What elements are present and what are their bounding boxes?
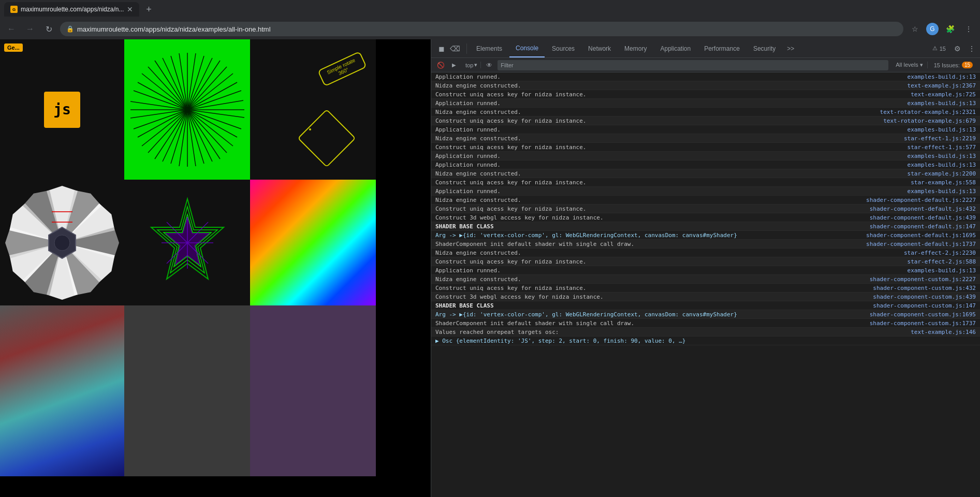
log-entry: Construct uniq acess key for nidza insta…	[431, 257, 980, 266]
log-text: Construct 3d webgl access key for nidza …	[435, 214, 866, 221]
log-link[interactable]: star-effect-2.js:588	[908, 258, 976, 265]
top-dropdown-chevron: ▾	[474, 62, 477, 68]
log-text: ShaderComponent init default shader with…	[435, 320, 866, 327]
filter-input[interactable]: Filter	[498, 60, 888, 70]
log-link[interactable]: examples-build.js:13	[908, 126, 976, 133]
log-text: Arg -> ▶{id: 'vertex-color-comp', gl: We…	[435, 311, 866, 318]
tab-console[interactable]: Console	[509, 39, 545, 57]
log-text: Construct uniq acess key for nidza insta…	[435, 285, 869, 291]
log-link[interactable]: shader-component-custom.js:432	[873, 285, 976, 291]
log-link[interactable]: examples-build.js:13	[908, 74, 976, 80]
log-text: Construct uniq acess key for nidza insta…	[435, 179, 906, 186]
log-link[interactable]: star-effect-2.js:2230	[904, 250, 976, 256]
log-link[interactable]: shader-component-default.js:2227	[866, 197, 976, 203]
tab-application[interactable]: Application	[654, 39, 697, 57]
level-dropdown[interactable]: All levels ▾	[891, 62, 927, 68]
canvas-bottom-dark	[124, 305, 250, 476]
tab-network[interactable]: Network	[582, 39, 617, 57]
issues-badge-toolbar[interactable]: 15 Issues: 15	[931, 62, 976, 68]
log-text: Nidza engine constructed.	[435, 276, 866, 283]
log-link[interactable]: examples-build.js:13	[908, 162, 976, 168]
log-link[interactable]: shader-component-default.js:147	[870, 223, 976, 230]
url-text: maximumroulette.com/apps/nidza/nidza/exa…	[77, 25, 271, 33]
devtools-more-button[interactable]: ⋮	[966, 42, 978, 55]
log-link[interactable]: text-rotator-example.js:679	[883, 118, 976, 124]
back-button[interactable]: ←	[4, 22, 19, 36]
inspect-element-button[interactable]: ◼	[435, 42, 448, 55]
log-link[interactable]: star-effect-1.js:577	[908, 144, 976, 151]
address-bar[interactable]: 🔒 maximumroulette.com/apps/nidza/nidza/e…	[60, 22, 903, 36]
log-link[interactable]: star-effect-1.js:2219	[904, 135, 976, 142]
gen-label: Ge...	[4, 43, 23, 52]
log-link[interactable]: text-example.js:2367	[908, 82, 976, 89]
console-second-toolbar: 🚫 ▶ top ▾ 👁 Filter All levels ▾ 15 Issue…	[431, 58, 980, 72]
svg-line-23	[187, 110, 227, 153]
log-link[interactable]: examples-build.js:13	[908, 267, 976, 274]
log-link[interactable]: shader-component-custom.js:2227	[870, 276, 976, 283]
devtools-settings-button[interactable]: ⚙	[951, 42, 963, 55]
log-link[interactable]: star-example.js:2200	[908, 170, 976, 177]
top-context-dropdown[interactable]: top ▾	[462, 62, 481, 68]
log-link[interactable]: shader-component-custom.js:147	[873, 302, 976, 309]
log-link[interactable]: shader-component-default.js:1695	[866, 232, 976, 239]
log-entry: Arg -> ▶{id: 'vertex-color-comp', gl: We…	[431, 310, 980, 319]
log-link[interactable]: examples-build.js:13	[908, 100, 976, 107]
log-link[interactable]: examples-build.js:13	[908, 153, 976, 159]
log-link[interactable]: text-example.js:146	[911, 329, 976, 335]
console-execute-button[interactable]: ▶	[449, 60, 459, 70]
log-text: Application runned.	[435, 188, 903, 195]
browser-chrome: G maximumroulette.com/apps/nidza/n... ✕ …	[0, 0, 980, 39]
tab-overflow-button[interactable]: >>	[783, 45, 798, 52]
log-entry: Construct uniq acess key for nidza insta…	[431, 204, 980, 213]
new-tab-button[interactable]: +	[141, 2, 156, 17]
log-text: Application runned.	[435, 162, 903, 168]
js-badge: js	[44, 92, 80, 128]
log-link[interactable]: examples-build.js:13	[908, 188, 976, 195]
tab-performance[interactable]: Performance	[698, 39, 746, 57]
log-text: Application runned.	[435, 100, 903, 107]
reload-button[interactable]: ↻	[41, 22, 56, 36]
bookmark-button[interactable]: ☆	[908, 22, 922, 36]
log-link[interactable]: star-example.js:558	[911, 179, 976, 186]
tab-sources[interactable]: Sources	[546, 39, 581, 57]
canvas-green-star	[124, 180, 250, 305]
profile-button[interactable]: G	[926, 23, 939, 35]
log-text: Application runned.	[435, 153, 903, 159]
log-link[interactable]: shader-component-custom.js:1737	[870, 320, 976, 327]
log-entry: Application runned.examples-build.js:13	[431, 99, 980, 108]
log-link[interactable]: shader-component-custom.js:439	[873, 294, 976, 300]
menu-button[interactable]: ⋮	[961, 22, 976, 36]
tab-memory[interactable]: Memory	[618, 39, 653, 57]
forward-button[interactable]: →	[23, 22, 37, 36]
clear-console-button[interactable]: 🚫	[435, 60, 446, 70]
log-link[interactable]: shader-component-default.js:432	[870, 206, 976, 212]
log-text: Nidza engine constructed.	[435, 135, 900, 142]
issues-count-badge[interactable]: ⚠ 15	[929, 45, 949, 52]
device-toolbar-button[interactable]: ⌫	[449, 42, 461, 55]
log-entry: Application runned.examples-build.js:13	[431, 152, 980, 160]
filter-placeholder: Filter	[501, 62, 513, 68]
log-link[interactable]: text-rotator-example.js:2321	[880, 109, 976, 115]
log-entry: Values reached onrepeat targets osc:text…	[431, 328, 980, 337]
log-link[interactable]: shader-component-custom.js:1695	[870, 311, 976, 318]
extensions-button[interactable]: 🧩	[943, 22, 957, 36]
log-text: Nidza engine constructed.	[435, 109, 876, 115]
browser-tab[interactable]: G maximumroulette.com/apps/nidza/n... ✕	[4, 2, 139, 17]
tab-elements[interactable]: Elements	[470, 39, 508, 57]
log-link[interactable]: shader-component-default.js:1737	[866, 241, 976, 247]
tab-security[interactable]: Security	[747, 39, 782, 57]
log-text: Application runned.	[435, 126, 903, 133]
canvas-cards: Simple rotate 360°	[250, 39, 376, 180]
log-link[interactable]: text-example.js:725	[911, 91, 976, 98]
eye-button[interactable]: 👁	[484, 60, 494, 70]
tab-bar: G maximumroulette.com/apps/nidza/n... ✕ …	[0, 0, 980, 19]
issues-icon: ⚠	[932, 45, 938, 52]
log-text: Construct uniq acess key for nidza insta…	[435, 91, 906, 98]
log-link[interactable]: shader-component-default.js:439	[870, 214, 976, 221]
log-entry: Nidza engine constructed.shader-componen…	[431, 196, 980, 204]
log-entry: ShaderComponent init default shader with…	[431, 240, 980, 248]
log-text: Construct uniq acess key for nidza insta…	[435, 144, 903, 151]
log-text: Nidza engine constructed.	[435, 170, 903, 177]
tab-close-icon[interactable]: ✕	[127, 5, 133, 13]
log-entry[interactable]: ▶ Osc {elementIdentity: 'JS', step: 2, s…	[431, 337, 980, 345]
